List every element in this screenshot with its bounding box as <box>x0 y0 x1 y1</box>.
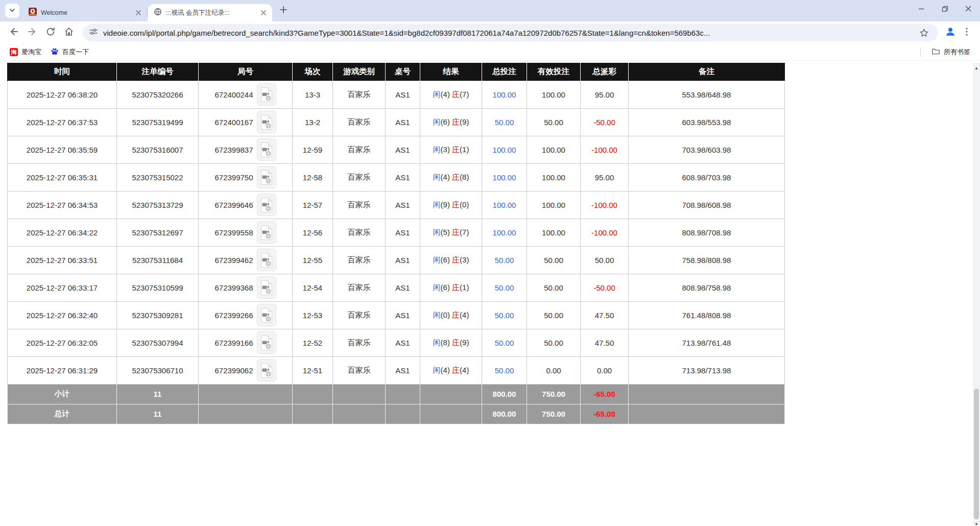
video-icon[interactable] <box>257 138 276 161</box>
summary-row: 总计11800.00750.00-65.00 <box>8 404 785 424</box>
cell-session: 12-54 <box>293 274 333 301</box>
tab-search-button[interactable] <box>5 4 19 18</box>
result-text: 闲(4) 庄(7) <box>433 90 469 99</box>
restore-button[interactable] <box>933 0 957 17</box>
video-icon[interactable] <box>257 194 276 216</box>
cell-round: 672399558 <box>199 219 293 246</box>
chevron-down-icon <box>9 6 15 15</box>
result-text: 闲(0) 庄(4) <box>433 310 469 319</box>
video-icon[interactable] <box>257 83 276 106</box>
scrollbar-down-arrow[interactable]: ▼ <box>973 520 980 526</box>
cell-result: 闲(5) 庄(7) <box>420 219 482 246</box>
banker-label: 庄 <box>452 310 460 319</box>
kebab-menu-icon <box>966 28 968 38</box>
cell-remark: 713.98/761.48 <box>629 329 785 356</box>
round-number: 672399837 <box>214 146 253 154</box>
url-text[interactable]: videoie.com/ipl/portal.php/game/betrecor… <box>103 29 911 37</box>
cell-valid-bet: 100.00 <box>527 163 581 191</box>
video-icon[interactable] <box>257 249 276 271</box>
player-label: 闲 <box>433 366 441 374</box>
page-scrollbar[interactable]: ▲ ▼ <box>973 63 980 526</box>
result-text: 闲(4) 庄(8) <box>433 173 469 181</box>
summary-cell <box>629 404 785 424</box>
welcome-favicon-icon <box>29 8 37 18</box>
all-bookmarks-label: 所有书签 <box>944 47 970 57</box>
new-tab-button[interactable] <box>276 4 291 18</box>
round-number: 672399462 <box>214 256 253 265</box>
round-number: 672400167 <box>214 118 253 127</box>
video-icon[interactable] <box>257 221 276 244</box>
round-number: 672400244 <box>214 90 253 99</box>
summary-row: 小计11800.00750.00-65.00 <box>8 384 785 404</box>
minimize-button[interactable] <box>910 0 933 17</box>
summary-cell <box>629 384 785 404</box>
video-icon[interactable] <box>257 331 276 354</box>
player-label: 闲 <box>433 200 441 209</box>
cell-game: 百家乐 <box>333 219 386 246</box>
forward-button[interactable] <box>23 24 41 41</box>
cell-result: 闲(9) 庄(0) <box>420 191 482 219</box>
window-controls <box>910 0 980 17</box>
cell-round: 672399368 <box>199 274 293 301</box>
tab-close-icon[interactable] <box>134 8 143 17</box>
banker-label: 庄 <box>452 117 460 126</box>
cell-total-bet: 50.00 <box>482 274 527 301</box>
cell-table: AS1 <box>386 191 420 219</box>
cell-table: AS1 <box>386 274 420 301</box>
cell-bet-id: 523075309281 <box>117 301 199 329</box>
scrollbar-thumb[interactable] <box>974 389 979 519</box>
video-icon[interactable] <box>257 276 276 299</box>
video-icon[interactable] <box>257 166 276 188</box>
player-label: 闲 <box>433 117 441 126</box>
home-button[interactable] <box>60 24 78 41</box>
bookmark-aitaobao[interactable]: 淘 爱淘宝 <box>5 45 46 59</box>
tab-bet-records[interactable]: :::视讯 会员下注纪录::: <box>148 4 272 21</box>
cell-remark: 713.98/713.98 <box>629 356 785 384</box>
table-row: 2025-12-27 06:35:59523075316007672399837… <box>8 136 785 163</box>
back-button[interactable] <box>5 24 22 41</box>
player-label: 闲 <box>433 338 441 347</box>
cell-total-bet: 50.00 <box>482 356 527 384</box>
tune-sliders-icon[interactable] <box>89 27 98 38</box>
profile-avatar[interactable] <box>942 25 959 41</box>
table-row: 2025-12-27 06:37:53523075319499672400167… <box>8 108 785 136</box>
video-icon[interactable] <box>257 111 276 133</box>
cell-table: AS1 <box>386 329 420 356</box>
table-row: 2025-12-27 06:35:31523075315022672399750… <box>8 163 785 191</box>
cell-payout: 47.50 <box>581 329 629 356</box>
cell-valid-bet: 0.00 <box>527 356 581 384</box>
summary-cell: 11 <box>117 384 199 404</box>
video-icon[interactable] <box>257 359 276 381</box>
video-icon[interactable] <box>257 304 276 326</box>
bookmarks-right: 所有书签 <box>920 45 975 59</box>
scrollbar-up-arrow[interactable]: ▲ <box>973 64 980 72</box>
browser-menu-button[interactable] <box>959 25 975 41</box>
summary-cell: 800.00 <box>482 384 527 404</box>
url-bar[interactable]: videoie.com/ipl/portal.php/game/betrecor… <box>83 24 938 41</box>
folder-icon <box>931 47 940 57</box>
tab-close-icon[interactable] <box>259 8 268 17</box>
cell-payout: -100.00 <box>581 219 629 246</box>
arrow-left-icon <box>9 27 19 39</box>
all-bookmarks-button[interactable]: 所有书签 <box>927 45 975 59</box>
column-header: 备注 <box>629 63 785 81</box>
cell-game: 百家乐 <box>333 246 386 274</box>
cell-table: AS1 <box>386 356 420 384</box>
summary-cell <box>420 384 482 404</box>
bookmark-star-icon[interactable] <box>916 25 932 41</box>
reload-button[interactable] <box>42 24 59 41</box>
cell-round: 672399837 <box>199 136 293 163</box>
column-header: 游戏类别 <box>333 63 386 81</box>
arrow-right-icon <box>27 27 37 39</box>
banker-label: 庄 <box>452 366 460 374</box>
cell-result: 闲(0) 庄(4) <box>420 301 482 329</box>
bookmark-baidu[interactable]: 百度一下 <box>46 45 93 59</box>
cell-remark: 603.98/553.98 <box>629 108 785 136</box>
player-label: 闲 <box>433 283 441 292</box>
cell-round: 672400167 <box>199 108 293 136</box>
close-window-button[interactable] <box>957 0 980 17</box>
player-label: 闲 <box>433 90 441 99</box>
cell-game: 百家乐 <box>333 163 386 191</box>
table-row: 2025-12-27 06:31:29523075306710672399062… <box>8 356 785 384</box>
tab-welcome[interactable]: Welcome <box>22 4 147 21</box>
